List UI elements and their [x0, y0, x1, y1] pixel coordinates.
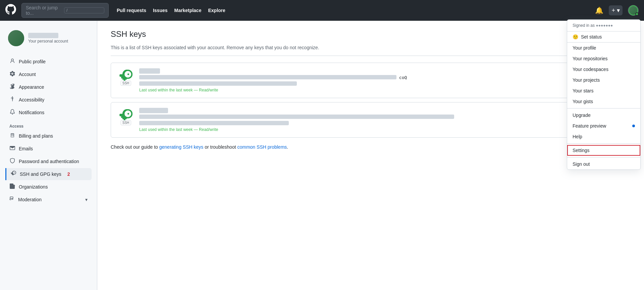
sidebar-item-ssh-gpg[interactable]: SSH and GPG keys 2 — [5, 168, 92, 180]
sidebar-label-billing: Billing and plans — [19, 133, 53, 139]
bell-icon — [9, 109, 15, 116]
mail-icon — [9, 145, 15, 152]
main-content: SSH keys 3 New SSH key This is a list of… — [97, 21, 644, 290]
common-ssh-problems-link[interactable]: common SSH problems — [237, 144, 287, 150]
sidebar-item-account[interactable]: Account — [5, 68, 92, 80]
key-icon — [10, 171, 16, 177]
dropdown-signed-in: Signed in as ●●●●●●● — [567, 20, 640, 31]
chevron-down-icon: ▾ — [85, 197, 88, 202]
ssh-name-2 — [139, 108, 168, 113]
sidebar-item-emails[interactable]: Emails — [5, 143, 92, 155]
page-title: SSH keys — [111, 29, 146, 39]
page-header: SSH keys 3 New SSH key — [111, 29, 631, 40]
nav-issues[interactable]: Issues — [153, 8, 168, 13]
sidebar-label-emails: Emails — [19, 146, 33, 151]
generating-ssh-keys-link[interactable]: generating SSH keys — [159, 144, 204, 150]
divider-3 — [567, 157, 640, 157]
dropdown-settings[interactable]: Settings — [567, 145, 640, 156]
ssh-details-2 — [139, 121, 591, 126]
sidebar-subtitle: Your personal account — [28, 39, 68, 44]
moderation-left: Moderation — [9, 196, 42, 203]
sidebar-label-password: Password and authentication — [19, 159, 79, 164]
ssh-key-card-2: SSH — [111, 102, 631, 138]
sidebar-item-public-profile[interactable]: Public profile — [5, 56, 92, 68]
sidebar-item-moderation[interactable]: Moderation ▾ — [5, 194, 92, 205]
footer-text-2: or troubleshoot — [203, 144, 237, 150]
search-bar[interactable]: Search or jump to... / — [21, 3, 109, 18]
dropdown-your-gists[interactable]: Your gists — [567, 96, 640, 107]
sidebar-item-password[interactable]: Password and authentication — [5, 155, 92, 167]
ssh-info-2: Last used within the last week — Read/wr… — [139, 108, 591, 132]
ssh-info-1: coQ Last used within the last week — Rea… — [139, 68, 598, 92]
sidebar-label-notifications: Notifications — [19, 110, 44, 115]
dropdown-sign-out[interactable]: Sign out — [567, 159, 640, 169]
sidebar-label-organizations: Organizations — [19, 184, 48, 190]
paintbrush-icon — [9, 84, 15, 90]
page-description: This is a list of SSH keys associated wi… — [111, 45, 631, 56]
shield-icon — [9, 158, 15, 165]
page-layout: Your personal account Public profile Acc… — [0, 21, 644, 290]
annotation-2: 2 — [67, 171, 70, 177]
nav-links: Pull requests Issues Marketplace Explore — [117, 8, 225, 13]
sidebar-avatar — [8, 30, 24, 46]
set-status-button[interactable]: 🙂 Your profile Set status — [567, 31, 640, 43]
sidebar-label-moderation: Moderation — [18, 197, 42, 202]
notifications-bell[interactable]: 🔔 — [595, 6, 603, 14]
dropdown-your-codespaces[interactable]: Your codespaces — [567, 64, 640, 75]
sidebar-item-notifications[interactable]: Notifications — [5, 106, 92, 119]
user-avatar-button[interactable] — [628, 5, 639, 16]
github-logo[interactable] — [5, 4, 16, 17]
footer-text-3: . — [287, 144, 288, 150]
footer-text: Check out our guide to generating SSH ke… — [111, 144, 631, 150]
sidebar-item-accessibility[interactable]: Accessibility — [5, 94, 92, 106]
feature-preview-dot — [632, 125, 635, 127]
ssh-label-2: SSH — [121, 120, 131, 125]
dropdown-your-profile[interactable]: Your profile — [567, 43, 640, 53]
smiley-icon: 🙂 — [573, 34, 578, 40]
access-section-label: Access — [5, 121, 92, 130]
footer-text-1: Check out our guide to — [111, 144, 159, 150]
nav-marketplace[interactable]: Marketplace — [174, 8, 202, 13]
sidebar-item-billing[interactable]: Billing and plans — [5, 130, 92, 142]
ssh-key-icon-2: SSH — [118, 108, 134, 124]
sidebar-label-public-profile: Public profile — [19, 59, 46, 64]
dropdown-feature-preview[interactable]: Feature preview — [567, 121, 640, 131]
sidebar-label-appearance: Appearance — [19, 84, 44, 90]
nav-explore[interactable]: Explore — [208, 8, 225, 13]
nav-pull-requests[interactable]: Pull requests — [117, 8, 146, 13]
settings-sidebar: Your personal account Public profile Acc… — [0, 21, 97, 290]
ssh-last-used-2: Last used within the last week — Read/wr… — [139, 127, 591, 132]
dropdown-your-projects[interactable]: Your projects — [567, 75, 640, 85]
dropdown-your-repositories[interactable]: Your repositories — [567, 53, 640, 64]
dropdown-help[interactable]: Help — [567, 131, 640, 142]
top-navigation: Search or jump to... / Pull requests Iss… — [0, 0, 644, 21]
ssh-key-icon-1: SSH — [118, 68, 134, 84]
accessibility-icon — [9, 96, 15, 103]
gear-icon — [9, 71, 15, 78]
user-dropdown-menu: Signed in as ●●●●●●● 🙂 Your profile Set … — [567, 19, 641, 170]
ssh-fingerprint-1: coQ — [139, 75, 598, 80]
ssh-key-card-1: SSH coQ — [111, 63, 631, 98]
moderation-icon — [9, 196, 15, 203]
ssh-name-row-1 — [139, 68, 598, 74]
dropdown-upgrade[interactable]: Upgrade — [567, 110, 640, 121]
ssh-name-1 — [139, 68, 160, 74]
new-plus-button[interactable]: + ▾ — [609, 5, 623, 15]
sidebar-label-ssh-gpg: SSH and GPG keys — [20, 171, 61, 177]
topnav-right: 🔔 + ▾ — [595, 5, 639, 16]
sidebar-user-text: Your personal account — [28, 33, 68, 44]
organization-icon — [9, 184, 15, 190]
dropdown-your-stars[interactable]: Your stars — [567, 85, 640, 96]
ssh-label-1: SSH — [121, 81, 131, 86]
billing-icon — [9, 133, 15, 139]
sidebar-item-organizations[interactable]: Organizations — [5, 181, 92, 193]
ssh-last-used-1: Last used within the last week — Read/wr… — [139, 88, 598, 92]
ssh-details-1 — [139, 81, 598, 86]
person-icon — [9, 58, 15, 65]
ssh-fingerprint-2 — [139, 115, 591, 120]
sidebar-username — [28, 33, 68, 39]
sidebar-item-appearance[interactable]: Appearance — [5, 81, 92, 93]
sidebar-user-info: Your personal account — [5, 27, 92, 49]
sidebar-label-account: Account — [19, 72, 36, 77]
search-text: Search or jump to... — [26, 5, 61, 16]
